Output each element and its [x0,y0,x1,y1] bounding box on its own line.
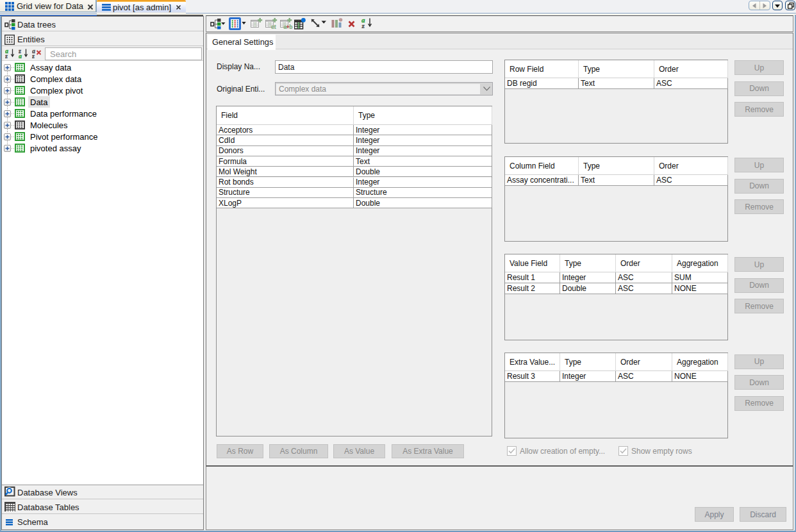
svg-text:a: a [19,53,22,59]
svg-text:z: z [32,53,35,59]
svg-text:z: z [361,22,365,28]
svg-text:b: b [289,24,292,29]
svg-text:z: z [5,53,8,59]
svg-text:ct: ct [271,24,276,29]
